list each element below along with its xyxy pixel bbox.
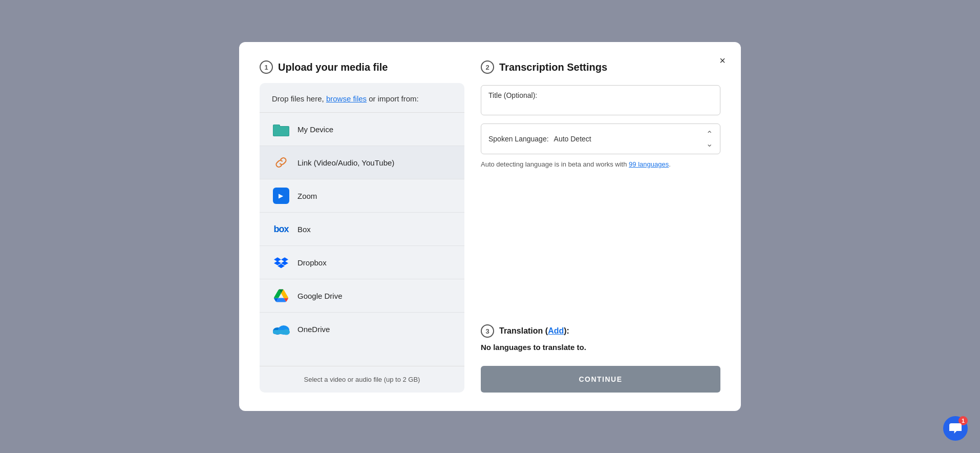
drop-zone: Drop files here, browse files or import … xyxy=(260,83,464,113)
source-item-link[interactable]: Link (Video/Audio, YouTube) xyxy=(260,146,464,179)
language-value: Auto Detect xyxy=(554,135,706,143)
translation-section: 3 Translation (Add): No languages to tra… xyxy=(481,316,720,366)
dropzone-text: Drop files here, xyxy=(272,94,326,103)
title-input[interactable] xyxy=(488,101,713,109)
close-button[interactable]: × xyxy=(714,52,731,69)
source-label-dropbox: Dropbox xyxy=(297,258,327,267)
source-item-zoom[interactable]: Zoom xyxy=(260,179,464,213)
onedrive-icon xyxy=(272,323,290,335)
transcription-section-title: 2 Transcription Settings xyxy=(481,60,720,74)
source-item-gdrive[interactable]: Google Drive xyxy=(260,279,464,313)
dropbox-icon xyxy=(274,255,288,270)
source-item-box[interactable]: box Box xyxy=(260,213,464,246)
svg-rect-12 xyxy=(273,330,289,334)
upload-footer-text: Select a video or audio file (up to 2 GB… xyxy=(304,376,420,383)
source-label-link: Link (Video/Audio, YouTube) xyxy=(297,158,394,167)
zoom-icon-box xyxy=(272,187,290,205)
languages-link[interactable]: 99 languages xyxy=(629,160,669,168)
notification-badge: 1 xyxy=(958,416,968,425)
upload-modal: × 1 Upload your media file Drop files he… xyxy=(239,42,741,411)
upload-footer: Select a video or audio file (up to 2 GB… xyxy=(260,366,464,393)
upload-title: Upload your media file xyxy=(278,61,388,73)
source-label-onedrive: OneDrive xyxy=(297,325,330,334)
dropzone-suffix: or import from: xyxy=(367,94,419,103)
source-item-my-device[interactable]: My Device xyxy=(260,113,464,146)
no-languages-text: No languages to translate to. xyxy=(481,343,720,352)
step-1-badge: 1 xyxy=(260,60,273,74)
upload-box: Drop files here, browse files or import … xyxy=(260,83,464,393)
translation-heading: Translation (Add): xyxy=(499,326,569,336)
box-icon: box xyxy=(273,224,288,235)
gdrive-icon-box xyxy=(272,286,290,305)
folder-icon xyxy=(273,122,289,136)
link-icon xyxy=(273,155,289,170)
browse-files-link[interactable]: browse files xyxy=(326,94,367,103)
left-panel: 1 Upload your media file Drop files here… xyxy=(260,60,464,393)
chat-bubble[interactable]: 1 xyxy=(943,416,968,441)
transcription-title: Transcription Settings xyxy=(499,61,607,73)
source-item-onedrive[interactable]: OneDrive xyxy=(260,313,464,345)
translation-title-row: 3 Translation (Add): xyxy=(481,324,720,338)
box-icon-box: box xyxy=(272,220,290,238)
folder-icon-box xyxy=(272,120,290,138)
right-panel: 2 Transcription Settings Title (Optional… xyxy=(481,60,720,393)
source-label-box: Box xyxy=(297,225,311,234)
source-label-zoom: Zoom xyxy=(297,192,317,200)
modal-body: 1 Upload your media file Drop files here… xyxy=(260,60,720,393)
title-input-wrapper[interactable]: Title (Optional): xyxy=(481,85,720,115)
gdrive-icon xyxy=(274,289,288,303)
step-3-badge: 3 xyxy=(481,324,494,338)
svg-rect-3 xyxy=(273,127,289,136)
source-label-gdrive: Google Drive xyxy=(297,292,343,300)
chevron-icon: ⌃⌄ xyxy=(706,129,713,149)
step-2-badge: 2 xyxy=(481,60,494,74)
continue-button[interactable]: CONTINUE xyxy=(481,366,720,393)
language-select-wrapper[interactable]: Spoken Language: Auto Detect ⌃⌄ xyxy=(481,123,720,154)
translation-add-link[interactable]: Add xyxy=(548,326,564,335)
dropbox-icon-box xyxy=(272,253,290,272)
zoom-icon xyxy=(273,188,289,204)
source-item-dropbox[interactable]: Dropbox xyxy=(260,246,464,279)
upload-section-title: 1 Upload your media file xyxy=(260,60,464,74)
link-icon-box xyxy=(272,153,290,172)
title-label: Title (Optional): xyxy=(488,91,537,99)
onedrive-icon-box xyxy=(272,320,290,338)
auto-detect-note: Auto detecting language is in beta and w… xyxy=(481,160,720,168)
source-list: My Device Link (Video/Audio, YouTube) xyxy=(260,113,464,366)
source-label-my-device: My Device xyxy=(297,125,333,134)
language-label: Spoken Language: xyxy=(488,135,549,143)
